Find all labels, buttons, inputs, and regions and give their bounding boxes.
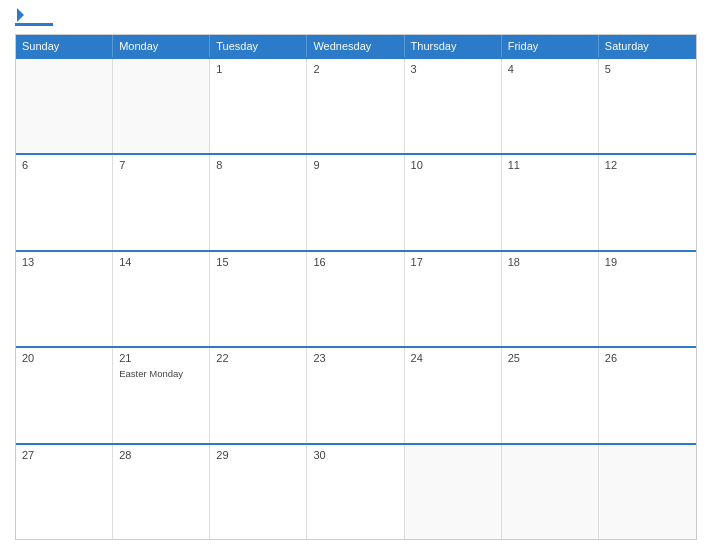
day-number: 6 bbox=[22, 159, 106, 171]
calendar-cell: 21Easter Monday bbox=[113, 348, 210, 442]
calendar-cell: 17 bbox=[405, 252, 502, 346]
calendar-week-row: 6789101112 bbox=[16, 153, 696, 249]
calendar-cell: 5 bbox=[599, 59, 696, 153]
logo-triangle-icon bbox=[17, 8, 24, 22]
calendar-cell: 25 bbox=[502, 348, 599, 442]
calendar-cell: 29 bbox=[210, 445, 307, 539]
holiday-label: Easter Monday bbox=[119, 368, 203, 379]
day-of-week-header: Wednesday bbox=[307, 35, 404, 57]
day-of-week-header: Monday bbox=[113, 35, 210, 57]
calendar-cell: 14 bbox=[113, 252, 210, 346]
calendar-cell: 10 bbox=[405, 155, 502, 249]
day-number: 10 bbox=[411, 159, 495, 171]
calendar-cell: 22 bbox=[210, 348, 307, 442]
calendar-cell bbox=[405, 445, 502, 539]
calendar-cell: 6 bbox=[16, 155, 113, 249]
day-number: 1 bbox=[216, 63, 300, 75]
calendar-cell bbox=[16, 59, 113, 153]
calendar-header-row: SundayMondayTuesdayWednesdayThursdayFrid… bbox=[16, 35, 696, 57]
calendar-week-row: 12345 bbox=[16, 57, 696, 153]
calendar-cell: 1 bbox=[210, 59, 307, 153]
calendar-week-row: 13141516171819 bbox=[16, 250, 696, 346]
calendar-cell: 15 bbox=[210, 252, 307, 346]
day-number: 17 bbox=[411, 256, 495, 268]
calendar-week-row: 27282930 bbox=[16, 443, 696, 539]
calendar-cell bbox=[502, 445, 599, 539]
day-number: 5 bbox=[605, 63, 690, 75]
logo-line bbox=[15, 23, 53, 26]
calendar-cell: 27 bbox=[16, 445, 113, 539]
calendar-cell: 18 bbox=[502, 252, 599, 346]
day-number: 3 bbox=[411, 63, 495, 75]
calendar-cell: 2 bbox=[307, 59, 404, 153]
calendar: SundayMondayTuesdayWednesdayThursdayFrid… bbox=[15, 34, 697, 540]
day-number: 12 bbox=[605, 159, 690, 171]
day-number: 11 bbox=[508, 159, 592, 171]
calendar-cell: 30 bbox=[307, 445, 404, 539]
day-number: 16 bbox=[313, 256, 397, 268]
day-number: 26 bbox=[605, 352, 690, 364]
calendar-cell: 8 bbox=[210, 155, 307, 249]
calendar-cell: 13 bbox=[16, 252, 113, 346]
logo bbox=[15, 10, 55, 26]
day-number: 19 bbox=[605, 256, 690, 268]
calendar-cell: 20 bbox=[16, 348, 113, 442]
day-of-week-header: Tuesday bbox=[210, 35, 307, 57]
calendar-cell: 4 bbox=[502, 59, 599, 153]
calendar-cell: 12 bbox=[599, 155, 696, 249]
calendar-week-row: 2021Easter Monday2223242526 bbox=[16, 346, 696, 442]
day-number: 22 bbox=[216, 352, 300, 364]
calendar-cell: 7 bbox=[113, 155, 210, 249]
calendar-cell: 9 bbox=[307, 155, 404, 249]
calendar-cell: 28 bbox=[113, 445, 210, 539]
calendar-cell bbox=[599, 445, 696, 539]
day-number: 13 bbox=[22, 256, 106, 268]
day-number: 15 bbox=[216, 256, 300, 268]
calendar-cell: 11 bbox=[502, 155, 599, 249]
calendar-cell bbox=[113, 59, 210, 153]
calendar-weeks-container: 123456789101112131415161718192021Easter … bbox=[16, 57, 696, 539]
day-number: 29 bbox=[216, 449, 300, 461]
day-number: 2 bbox=[313, 63, 397, 75]
day-number: 27 bbox=[22, 449, 106, 461]
day-number: 21 bbox=[119, 352, 203, 364]
page: SundayMondayTuesdayWednesdayThursdayFrid… bbox=[0, 0, 712, 550]
calendar-cell: 24 bbox=[405, 348, 502, 442]
day-of-week-header: Saturday bbox=[599, 35, 696, 57]
day-number: 14 bbox=[119, 256, 203, 268]
calendar-cell: 19 bbox=[599, 252, 696, 346]
day-number: 18 bbox=[508, 256, 592, 268]
day-number: 28 bbox=[119, 449, 203, 461]
day-number: 30 bbox=[313, 449, 397, 461]
calendar-cell: 3 bbox=[405, 59, 502, 153]
day-of-week-header: Thursday bbox=[405, 35, 502, 57]
day-of-week-header: Sunday bbox=[16, 35, 113, 57]
day-of-week-header: Friday bbox=[502, 35, 599, 57]
day-number: 7 bbox=[119, 159, 203, 171]
day-number: 8 bbox=[216, 159, 300, 171]
header bbox=[15, 10, 697, 26]
day-number: 20 bbox=[22, 352, 106, 364]
day-number: 9 bbox=[313, 159, 397, 171]
calendar-cell: 26 bbox=[599, 348, 696, 442]
day-number: 24 bbox=[411, 352, 495, 364]
calendar-cell: 16 bbox=[307, 252, 404, 346]
calendar-cell: 23 bbox=[307, 348, 404, 442]
day-number: 23 bbox=[313, 352, 397, 364]
day-number: 4 bbox=[508, 63, 592, 75]
day-number: 25 bbox=[508, 352, 592, 364]
